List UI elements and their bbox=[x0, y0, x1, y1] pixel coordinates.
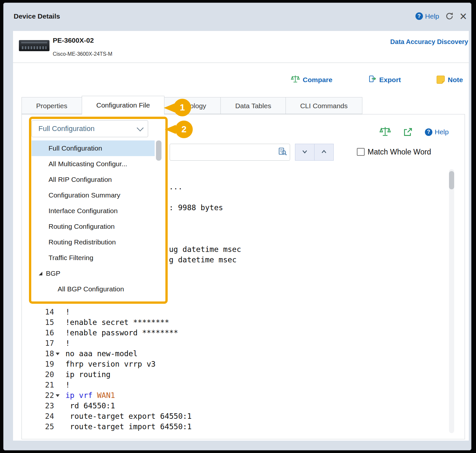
code-text: no aaa new-model bbox=[64, 348, 138, 359]
export-button[interactable]: Export bbox=[368, 75, 401, 85]
dropdown-option-label: Routing Redistribution bbox=[49, 234, 116, 250]
dropdown-option-label: Interface Configuration bbox=[49, 203, 118, 219]
dropdown-scrollbar-thumb[interactable] bbox=[156, 140, 161, 161]
dropdown-option[interactable]: Traffic Filtering bbox=[32, 250, 155, 266]
dropdown-option[interactable]: Routing Redistribution bbox=[32, 234, 155, 250]
line-number-gutter: 22 bbox=[31, 390, 64, 401]
match-whole-word-checkbox[interactable] bbox=[357, 148, 365, 156]
line-number-gutter: 16 bbox=[31, 328, 64, 338]
fold-slot bbox=[55, 380, 61, 390]
fold-slot bbox=[55, 328, 61, 338]
fold-slot bbox=[55, 307, 61, 317]
code-text: rd 64550:1 bbox=[64, 401, 115, 411]
compare-config-icon[interactable] bbox=[379, 125, 391, 139]
window-help-link[interactable]: ? Help bbox=[415, 12, 439, 20]
tab-data-tables[interactable]: Data Tables bbox=[220, 97, 286, 114]
line-number-gutter: 25 bbox=[31, 421, 64, 432]
window-help-label: Help bbox=[425, 12, 439, 20]
code-scrollbar-thumb[interactable] bbox=[449, 171, 454, 189]
note-button[interactable]: Note bbox=[437, 76, 463, 84]
code-line: 22ip vrf WAN1 bbox=[31, 390, 450, 401]
dropdown-option[interactable]: All Multicasting Configur... bbox=[32, 156, 155, 172]
code-token: ip vrf bbox=[65, 391, 97, 400]
code-text: route-target export 64550:1 bbox=[64, 411, 192, 421]
compare-button[interactable]: Compare bbox=[291, 74, 332, 85]
find-in-page-icon[interactable] bbox=[278, 147, 287, 157]
line-number: 20 bbox=[45, 369, 54, 380]
panel-help-link[interactable]: ? Help bbox=[425, 128, 449, 136]
configuration-panel: ...: 9988 bytesug datetime msecg datetim… bbox=[21, 114, 465, 439]
code-line: 17! bbox=[31, 338, 450, 348]
line-number: 19 bbox=[45, 359, 54, 369]
code-text: !enable secret ******** bbox=[64, 317, 169, 328]
code-scrollbar-track[interactable] bbox=[449, 169, 454, 433]
dropdown-option[interactable]: All RIP Configuration bbox=[32, 172, 155, 187]
dialog-title: Device Details bbox=[14, 12, 60, 20]
callout-tail bbox=[164, 103, 175, 112]
dropdown-option[interactable]: BGP bbox=[32, 266, 155, 281]
fold-slot bbox=[55, 401, 61, 411]
chevron-down-icon bbox=[300, 147, 310, 158]
tab-cli-commands[interactable]: CLI Commands bbox=[286, 97, 362, 114]
data-accuracy-discovery-link[interactable]: Data Accuracy Discovery bbox=[390, 38, 468, 46]
line-number-gutter: 23 bbox=[31, 401, 64, 411]
find-prev-button[interactable] bbox=[314, 144, 334, 161]
code-token: WAN1 bbox=[97, 391, 115, 400]
dropdown-option-label: BGP bbox=[46, 266, 60, 281]
line-number: 14 bbox=[45, 307, 54, 317]
match-whole-word-label: Match Whole Word bbox=[368, 147, 431, 157]
compare-label: Compare bbox=[303, 76, 332, 84]
config-scope-dropdown[interactable]: Full Configuration bbox=[32, 120, 148, 137]
fold-slot bbox=[55, 359, 61, 369]
line-number: 17 bbox=[45, 338, 54, 348]
line-number-gutter: 24 bbox=[31, 411, 64, 421]
device-name: PE-3600X-02 bbox=[53, 37, 94, 44]
dropdown-option[interactable]: Routing Configuration bbox=[32, 219, 155, 234]
dropdown-selected-value: Full Configuration bbox=[38, 124, 94, 133]
code-line: 19fhrp version vrrp v3 bbox=[31, 359, 450, 369]
line-number-gutter: 21 bbox=[31, 380, 64, 390]
code-text: ip routing bbox=[64, 369, 110, 380]
code-line: 18no aaa new-model bbox=[31, 348, 450, 359]
code-line: 24 route-target export 64550:1 bbox=[31, 411, 450, 421]
fold-arrow-icon[interactable] bbox=[55, 348, 61, 359]
find-next-button[interactable] bbox=[295, 144, 315, 161]
chevron-up-icon bbox=[319, 147, 329, 158]
export-label: Export bbox=[379, 76, 401, 84]
device-model: Cisco-ME-3600X-24TS-M bbox=[53, 51, 112, 57]
code-text: ip vrf WAN1 bbox=[64, 390, 115, 401]
line-number: 21 bbox=[45, 380, 54, 390]
dropdown-option[interactable]: Interface Configuration bbox=[32, 203, 155, 219]
dropdown-option[interactable]: All BGP Configuration bbox=[32, 281, 155, 297]
section-divider bbox=[13, 63, 469, 63]
code-text: ! bbox=[64, 338, 70, 348]
fold-slot bbox=[55, 317, 61, 328]
screen: Device Details ? Help × PE-3600X-02 Cisc… bbox=[0, 0, 476, 453]
line-number: 24 bbox=[45, 411, 54, 421]
fold-arrow-icon[interactable] bbox=[55, 390, 61, 401]
panel-help-label: Help bbox=[435, 128, 449, 136]
line-number-gutter: 19 bbox=[31, 359, 64, 369]
code-text: ! bbox=[64, 380, 70, 390]
dropdown-option[interactable]: Configuration Summary bbox=[32, 187, 155, 203]
tab-configuration-file[interactable]: Configuration File bbox=[82, 96, 165, 114]
note-label: Note bbox=[448, 76, 463, 84]
note-icon bbox=[437, 76, 445, 84]
code-text: route-target import 64550:1 bbox=[64, 421, 192, 432]
line-number-gutter: 18 bbox=[31, 348, 64, 359]
open-in-new-icon[interactable] bbox=[403, 127, 413, 139]
refresh-icon[interactable] bbox=[445, 12, 454, 21]
dropdown-option[interactable]: Full Configuration bbox=[32, 140, 155, 156]
window-content: Device Details ? Help × PE-3600X-02 Cisc… bbox=[3, 3, 471, 450]
search-input[interactable] bbox=[170, 144, 290, 161]
fold-slot bbox=[55, 369, 61, 380]
line-number-gutter: 15 bbox=[31, 317, 64, 328]
tab-properties[interactable]: Properties bbox=[21, 97, 82, 114]
dropdown-option-label: Routing Configuration bbox=[49, 219, 115, 234]
collapse-arrow-icon[interactable] bbox=[39, 272, 42, 275]
dropdown-option-label: All RIP Configuration bbox=[49, 172, 112, 187]
close-icon[interactable]: × bbox=[460, 12, 467, 21]
line-number-gutter: 17 bbox=[31, 338, 64, 348]
device-image bbox=[19, 40, 49, 51]
dropdown-option-label: Traffic Filtering bbox=[49, 250, 93, 266]
